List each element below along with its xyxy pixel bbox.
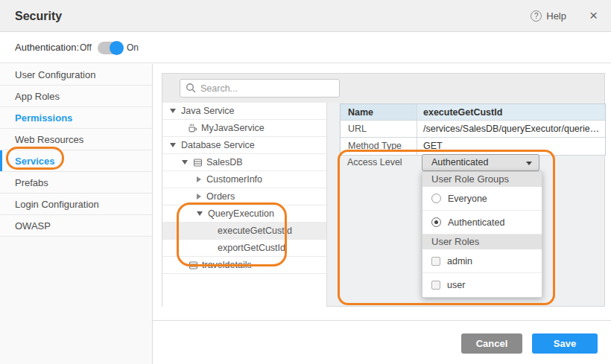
- collapse-icon[interactable]: [182, 160, 188, 165]
- tree-node-exportgetcustid[interactable]: exportGetCustId: [162, 240, 326, 257]
- menu-option-admin[interactable]: admin: [422, 249, 542, 273]
- option-label: Everyone: [448, 194, 487, 204]
- tree-node-java-service[interactable]: Java Service: [162, 103, 326, 120]
- tree-node-salesdb[interactable]: SalesDB: [162, 154, 326, 171]
- method-type-value: GET: [417, 138, 605, 155]
- option-label: Authenticated: [448, 217, 504, 228]
- sidebar-item-owasp[interactable]: OWASP: [0, 215, 152, 237]
- access-level-dropdown[interactable]: Authenticated: [422, 154, 539, 171]
- checkbox-unchecked-icon[interactable]: [431, 257, 440, 266]
- tree-node-traveldetails[interactable]: traveldetails: [162, 257, 326, 274]
- tree-node-label: exportGetCustId: [218, 240, 285, 257]
- java-cup-icon: [187, 123, 197, 133]
- details-table: Name executeGetCustId URL /services/Sale…: [340, 103, 606, 156]
- service-tree: Java Service MyJavaService Database Serv…: [162, 103, 327, 307]
- name-label: Name: [341, 104, 417, 120]
- collapse-icon[interactable]: [170, 143, 176, 147]
- option-label: admin: [447, 256, 472, 266]
- radio-unselected-icon[interactable]: [431, 194, 441, 203]
- sidebar: User Configuration App Roles Permissions…: [0, 64, 153, 364]
- search-band: [162, 74, 604, 103]
- tree-node-label: MyJavaService: [201, 120, 265, 137]
- access-level-menu: User Role Groups Everyone Authenticated …: [422, 171, 542, 298]
- sidebar-item-app-roles[interactable]: App Roles: [0, 86, 152, 107]
- menu-option-authenticated[interactable]: Authenticated: [422, 211, 542, 234]
- expand-icon[interactable]: [197, 176, 201, 182]
- menu-option-user[interactable]: user: [422, 273, 542, 297]
- page-title: Security: [15, 0, 62, 32]
- close-icon[interactable]: ×: [589, 0, 598, 32]
- authentication-label: Authentication:: [15, 32, 79, 63]
- collapse-icon[interactable]: [197, 211, 203, 216]
- security-dialog: Security ? Help × Authentication: Off On…: [0, 0, 611, 364]
- collapse-icon[interactable]: [170, 109, 176, 113]
- method-type-label: Method Type: [341, 138, 417, 155]
- tree-node-orders[interactable]: Orders: [162, 188, 326, 205]
- database-icon: [189, 261, 198, 270]
- tree-node-label: Database Service: [181, 137, 255, 154]
- tree-node-database-service[interactable]: Database Service: [162, 137, 326, 154]
- services-panel: Java Service MyJavaService Database Serv…: [162, 73, 605, 307]
- tree-node-executegetcustid[interactable]: executeGetCustId: [162, 223, 326, 240]
- tree-node-label: Java Service: [181, 103, 235, 120]
- toggle-on-label: On: [127, 32, 139, 63]
- checkbox-unchecked-icon[interactable]: [431, 281, 440, 290]
- chevron-down-icon: [526, 162, 532, 165]
- dialog-header: Security ? Help ×: [0, 0, 611, 32]
- sidebar-item-user-configuration[interactable]: User Configuration: [0, 64, 152, 86]
- option-label: user: [447, 280, 465, 290]
- tree-node-queryexecution[interactable]: QueryExecution: [162, 205, 326, 223]
- toggle-knob: [110, 41, 124, 55]
- tree-node-label: CustomerInfo: [206, 171, 262, 188]
- tree-node-label: QueryExecution: [208, 205, 274, 223]
- service-details: Name executeGetCustId URL /services/Sale…: [327, 103, 604, 306]
- url-label: URL: [341, 121, 417, 137]
- tree-node-customerinfo[interactable]: CustomerInfo: [162, 171, 326, 188]
- menu-option-everyone[interactable]: Everyone: [422, 187, 542, 211]
- radio-selected-icon[interactable]: [431, 217, 441, 227]
- access-level-value: Authenticated: [431, 157, 488, 167]
- search-icon: [186, 83, 196, 93]
- name-value: executeGetCustId: [417, 104, 605, 120]
- save-button[interactable]: Save: [532, 333, 598, 354]
- sidebar-item-web-resources[interactable]: Web Resources: [0, 129, 152, 150]
- sidebar-item-permissions[interactable]: Permissions: [0, 107, 152, 129]
- sidebar-item-prefabs[interactable]: Prefabs: [0, 172, 152, 194]
- table-row: URL /services/SalesDB/queryExecutor/quer…: [341, 121, 605, 138]
- access-level-label: Access Level: [347, 154, 402, 171]
- search-box: [180, 79, 340, 98]
- search-input[interactable]: [180, 79, 340, 98]
- tree-node-label: traveldetails: [202, 257, 252, 274]
- cancel-button[interactable]: Cancel: [461, 333, 522, 354]
- table-row: Method Type GET: [341, 138, 605, 155]
- toggle-off-label: Off: [80, 32, 92, 63]
- tree-node-label: SalesDB: [206, 154, 243, 171]
- tree-node-label: executeGetCustId: [218, 223, 292, 240]
- help-icon: ?: [531, 10, 542, 22]
- help-button[interactable]: ? Help: [531, 0, 566, 32]
- tree-node-myjavaservice[interactable]: MyJavaService: [162, 120, 326, 137]
- expand-icon[interactable]: [197, 194, 201, 199]
- menu-group-user-role-groups: User Role Groups: [422, 172, 542, 187]
- url-value: /services/SalesDB/queryExecutor/queries/…: [417, 121, 605, 137]
- tree-node-label: Orders: [206, 188, 235, 205]
- sidebar-item-services[interactable]: Services: [0, 150, 152, 172]
- help-label: Help: [546, 10, 566, 22]
- menu-group-user-roles: User Roles: [422, 234, 542, 249]
- authentication-toggle[interactable]: [98, 42, 122, 54]
- table-row: Name executeGetCustId: [341, 104, 605, 121]
- sidebar-item-login-configuration[interactable]: Login Configuration: [0, 194, 152, 215]
- authentication-bar: Authentication: Off On: [0, 32, 611, 63]
- database-icon: [193, 158, 203, 167]
- footer-divider: [153, 320, 611, 321]
